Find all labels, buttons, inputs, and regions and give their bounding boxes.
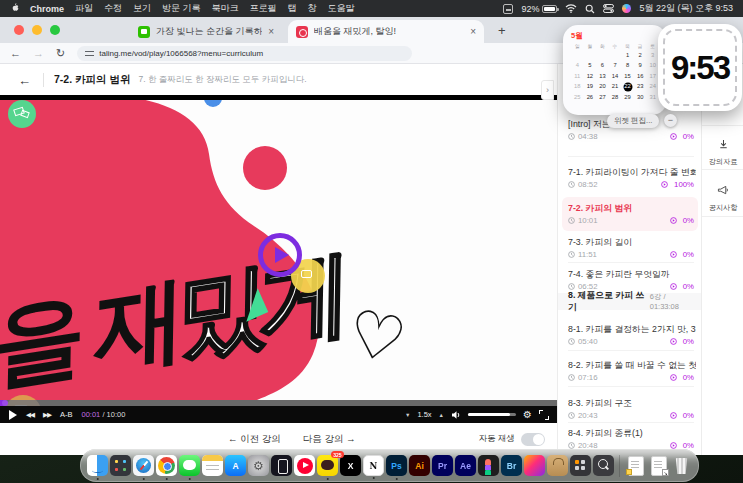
- dock-trash[interactable]: [671, 455, 692, 476]
- battery-percent: 92%: [521, 4, 539, 14]
- close-window-button[interactable]: [14, 25, 24, 35]
- battery-icon: [542, 5, 557, 13]
- dock-magnifier-app[interactable]: [593, 455, 614, 476]
- play-button[interactable]: [9, 410, 17, 420]
- menu-edit[interactable]: 수정: [104, 2, 122, 15]
- progress-icon: [670, 338, 677, 345]
- dock-notion[interactable]: N: [363, 455, 384, 476]
- speed-down-button[interactable]: ▼: [405, 412, 410, 418]
- close-tab-icon[interactable]: ×: [268, 26, 274, 37]
- video-player[interactable]: 을 재밌게 ♡ ◀◀ ▶▶ A-B 00:01 / 10:00 ▼ 1.5x: [0, 95, 557, 423]
- tab-naver[interactable]: 가장 빛나는 순간을 기록하다 : 네이 ×: [130, 20, 282, 43]
- dock-calculator[interactable]: [570, 455, 591, 476]
- rewind-button[interactable]: ◀◀: [26, 411, 34, 419]
- dock-premiere-pro[interactable]: Pr: [432, 455, 453, 476]
- clock-widget[interactable]: 9:53: [658, 24, 742, 111]
- url-text: taling.me/vod/play/1066568?menu=curricul…: [99, 49, 263, 58]
- siri-icon[interactable]: [622, 4, 631, 13]
- lecture-time: 20:43: [578, 411, 598, 420]
- wifi-icon[interactable]: [565, 4, 577, 13]
- desktop: 가장 빛나는 순간을 기록하다 : 네이 × 배움을 재밌게, 탈잉! × + …: [0, 0, 743, 483]
- prev-lecture-button[interactable]: ← 이전 강의: [228, 433, 281, 446]
- dock-system-settings[interactable]: ⚙: [248, 455, 269, 476]
- lecture-progress: 0%: [683, 411, 694, 420]
- play-overlay-button[interactable]: [258, 233, 302, 277]
- menu-bookmarks[interactable]: 북마크: [212, 2, 239, 15]
- site-settings-icon[interactable]: [85, 50, 94, 57]
- fullscreen-icon[interactable]: [539, 410, 548, 419]
- dock-finder[interactable]: [87, 455, 108, 476]
- dock-youtube-music[interactable]: [294, 455, 315, 476]
- calendar-widget[interactable]: 5월 일월화수목금토 123 45678910 11121314151617 1…: [563, 25, 667, 115]
- zoom-window-button[interactable]: [50, 25, 60, 35]
- clock-icon: [568, 374, 575, 381]
- back-button[interactable]: ←: [10, 47, 21, 59]
- materials-button[interactable]: 강의자료: [702, 136, 743, 167]
- volume-icon[interactable]: [451, 410, 461, 420]
- back-arrow-button[interactable]: ←: [18, 73, 31, 88]
- new-tab-button[interactable]: +: [498, 23, 506, 38]
- reload-button[interactable]: ↻: [56, 47, 65, 60]
- lecture-title: 7-4. 좋은 카피란 무엇일까: [568, 269, 696, 281]
- menu-tab[interactable]: 탭: [288, 2, 297, 15]
- clock-icon: [568, 412, 575, 419]
- tab-taling[interactable]: 배움을 재밌게, 탈잉! ×: [288, 20, 484, 43]
- section-title: 8. 제품으로 카피 쓰기: [568, 290, 650, 314]
- next-lecture-button[interactable]: 다음 강의 →: [303, 433, 356, 446]
- dock-notes[interactable]: [202, 455, 223, 476]
- autoplay-toggle[interactable]: [521, 433, 545, 446]
- battery-status[interactable]: 92%: [521, 4, 557, 14]
- notices-button[interactable]: 공지사항: [702, 182, 743, 213]
- dock-figma[interactable]: [478, 455, 499, 476]
- dock-shortcut-document[interactable]: ↘: [648, 455, 669, 476]
- clock-tick-marks: [663, 29, 737, 106]
- control-center-icon[interactable]: [603, 4, 614, 13]
- dock-x-app[interactable]: X: [340, 455, 361, 476]
- edit-widgets-tooltip[interactable]: 위젯 편집...: [607, 114, 659, 128]
- menu-help[interactable]: 도움말: [328, 2, 355, 15]
- forward-button[interactable]: →: [33, 47, 44, 59]
- menu-history[interactable]: 방문 기록: [162, 2, 201, 15]
- progress-icon: [670, 283, 677, 290]
- volume-slider[interactable]: [468, 413, 516, 416]
- clock-icon: [568, 181, 575, 188]
- lecture-title: 7-1. 카피라이팅이 가져다 줄 변화: [568, 167, 696, 179]
- dock-bag-app[interactable]: [547, 455, 568, 476]
- page-title: 7-2. 카피의 범위: [54, 73, 130, 87]
- address-bar[interactable]: taling.me/vod/play/1066568?menu=curricul…: [77, 46, 412, 61]
- dock-gradient-app[interactable]: [524, 455, 545, 476]
- dock-messages[interactable]: [179, 455, 200, 476]
- ab-repeat-button[interactable]: A-B: [60, 410, 73, 419]
- menu-view[interactable]: 보기: [133, 2, 151, 15]
- speed-up-button[interactable]: ▲: [439, 412, 444, 418]
- dock-photoshop[interactable]: Ps: [386, 455, 407, 476]
- dock-safari[interactable]: [133, 455, 154, 476]
- sidebar-collapse-button[interactable]: ›: [541, 80, 554, 100]
- dock-downloads-document[interactable]: [625, 455, 646, 476]
- menu-window[interactable]: 창: [308, 2, 317, 15]
- time-display: 00:01 / 10:00: [82, 410, 126, 419]
- notices-label: 공지사항: [702, 203, 743, 213]
- menu-app-name[interactable]: Chrome: [30, 4, 64, 14]
- forward-button[interactable]: ▶▶: [43, 411, 51, 419]
- dock-chrome[interactable]: [156, 455, 177, 476]
- dock-after-effects[interactable]: Ae: [455, 455, 476, 476]
- tab-title: 가장 빛나는 순간을 기록하다 : 네이: [156, 25, 262, 38]
- spotlight-search-icon[interactable]: [585, 4, 595, 14]
- menu-bar-clock[interactable]: 5월 22일 (목) 오후 9:53: [639, 2, 733, 15]
- apple-menu-icon[interactable]: [10, 3, 19, 14]
- menu-file[interactable]: 파일: [75, 2, 93, 15]
- lecture-header: ← 7-2. 카피의 범위 7. 한 줄짜리도 한 장짜리도 모두 카피입니다.: [0, 64, 557, 97]
- dock-illustrator[interactable]: Ai: [409, 455, 430, 476]
- close-tab-icon[interactable]: ×: [470, 26, 476, 37]
- minimize-window-button[interactable]: [32, 25, 42, 35]
- dock-bridge[interactable]: Br: [501, 455, 522, 476]
- input-source-icon[interactable]: [503, 4, 513, 14]
- settings-gear-icon[interactable]: ⚙: [523, 409, 532, 420]
- dock-launchpad[interactable]: [110, 455, 131, 476]
- menu-profile[interactable]: 프로필: [250, 2, 277, 15]
- dock-iphone-mirroring[interactable]: [271, 455, 292, 476]
- remove-widget-button[interactable]: −: [664, 114, 677, 127]
- dock-kakaotalk[interactable]: 325: [317, 455, 338, 476]
- dock-app-store[interactable]: A: [225, 455, 246, 476]
